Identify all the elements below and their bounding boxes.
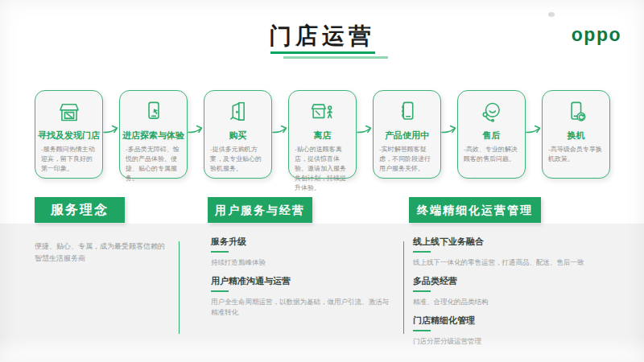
flow-step-title: 售后 [483, 130, 501, 142]
cursor-dot [548, 12, 555, 17]
vertical-divider [179, 241, 180, 334]
section-header-user-service: 用户服务与经营 [208, 197, 312, 223]
item-body: 门店分层分级运营管理 [413, 336, 616, 347]
flow-step-title: 产品使用中 [385, 130, 429, 142]
flow-step-card-1: 寻找及发现门店 -服务顾问热情主动迎宾，留下良好的第一印象。 [35, 90, 103, 179]
flow-step-title: 换机 [568, 130, 585, 142]
item-heading: 服务升级 [211, 236, 394, 248]
flow-step-card-6: 售后 -高效、专业的解决顾客的售后问题。 [457, 90, 526, 179]
section-col-terminal-ops: 线上线下业务融合 线上线下一体化的零售运营，打通商品、配送、售后一致 多品类经营… [413, 236, 616, 355]
item-underline [211, 251, 229, 253]
flow-step-title: 离店 [314, 130, 332, 142]
store-exit-icon [308, 97, 338, 128]
flow-arrow-icon [526, 122, 542, 179]
flow-step-title: 购买 [229, 130, 247, 142]
flow-arrow-icon [272, 122, 288, 179]
page-title: 门店运营 [0, 21, 644, 51]
oppo-logo: oppo [572, 24, 621, 46]
flow-step-card-2: 进店探索与体验 -多品类无障碍、愉悦的产品体验。便捷、贴心的专属服务。 [119, 90, 188, 179]
touch-phone-icon [138, 97, 169, 128]
section-col-user-service: 服务升级 持续打造巅峰体验 用户精准沟通与运营 用户全生命周期运营，以数据为基础… [211, 236, 394, 326]
item-heading: 多品类经营 [413, 275, 616, 287]
item-underline [413, 330, 431, 331]
flow-step-title: 进店探索与体验 [122, 130, 184, 142]
item-body: 用户全生命周期运营，以数据为基础，做用户引流、激活与精准转化 [211, 297, 394, 318]
title-underline-light [283, 56, 388, 59]
item-underline [211, 290, 229, 292]
flow-arrow-icon [357, 122, 373, 179]
section-header-terminal-ops: 终端精细化运营管理 [409, 197, 541, 223]
flow-step-desc: -高等级会员专享换机政策。 [543, 145, 609, 164]
flow-step-card-4: 离店 -贴心的送顾客离店，提供惊喜体验。邀请加入服务共创计划，持续提升体验。 [288, 90, 357, 179]
flow-step-desc: -贴心的送顾客离店，提供惊喜体验。邀请加入服务共创计划，持续提升体验。 [289, 145, 356, 193]
phone-in-hand-icon [392, 97, 423, 128]
item-body: 线上线下一体化的零售运营，打通商品、配送、售后一致 [413, 257, 616, 268]
flow-step-desc: -高效、专业的解决顾客的售后问题。 [458, 145, 525, 164]
flow-step-desc: -实时解答顾客疑虑，不同阶段进行用户服务关怀。 [374, 145, 440, 174]
section-header-service-philosophy: 服务理念 [35, 197, 125, 223]
item-heading: 门店精细化管理 [413, 315, 616, 327]
flow-step-desc: -提供多元购机方案，及专业贴心的验机服务。 [204, 145, 271, 174]
flow-step-desc: -多品类无障碍、愉悦的产品体验。便捷、贴心的专属服务。 [120, 145, 187, 183]
flow-step-card-5: 产品使用中 -实时解答顾客疑虑，不同阶段进行用户服务关怀。 [373, 90, 441, 179]
headset-icon [477, 97, 507, 128]
flow-arrow-icon [188, 122, 204, 179]
item-heading: 线上线下业务融合 [413, 236, 616, 248]
flow-arrow-icon [441, 122, 457, 179]
flow-row: 寻找及发现门店 -服务顾问热情主动迎宾，留下良好的第一印象。 进店探索与体验 -… [35, 90, 610, 179]
item-body: 持续打造巅峰体验 [211, 257, 394, 268]
vertical-divider [403, 241, 404, 334]
item-underline [413, 290, 431, 292]
phone-refresh-icon [561, 97, 592, 128]
flow-step-desc: -服务顾问热情主动迎宾，留下良好的第一印象。 [35, 145, 102, 174]
flow-step-card-7: 换机 -高等级会员专享换机政策。 [542, 90, 610, 179]
item-body: 精准、合理化的品类结构 [413, 297, 616, 307]
flow-step-title: 寻找及发现门店 [38, 130, 100, 142]
section-body: 便捷、贴心、专属，成为最受顾客信赖的智慧生活服务商 [35, 241, 171, 265]
item-heading: 用户精准沟通与运营 [211, 275, 394, 287]
storefront-icon [54, 97, 85, 128]
open-door-icon [223, 97, 254, 128]
title-underline-dark [270, 51, 375, 54]
section-col-service-philosophy: 便捷、贴心、专属，成为最受顾客信赖的智慧生活服务商 [35, 236, 171, 265]
flow-step-card-3: 购买 -提供多元购机方案，及专业贴心的验机服务。 [204, 90, 272, 179]
slide: 门店运营 oppo 寻找及发现门店 -服务顾问热情主动迎宾，留下良好的第一印象。 [0, 0, 644, 362]
item-underline [413, 251, 431, 253]
flow-arrow-icon [103, 122, 119, 179]
